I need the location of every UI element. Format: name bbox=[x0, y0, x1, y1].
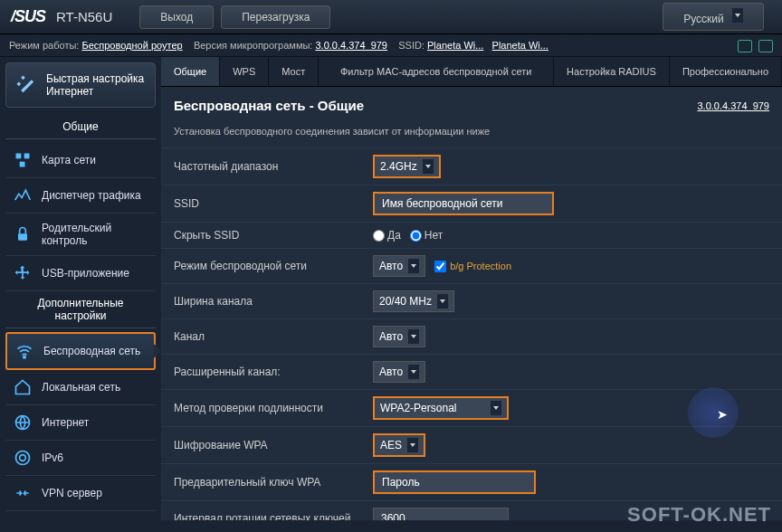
wireless-mode-select[interactable]: Авто bbox=[373, 255, 425, 277]
tab-bridge[interactable]: Мост bbox=[269, 57, 319, 86]
sidebar-item-traffic[interactable]: Диспетчер трафика bbox=[5, 178, 156, 214]
mode-link[interactable]: Беспроводной роутер bbox=[81, 40, 182, 51]
auth-method-label: Метод проверки подлинности bbox=[174, 402, 373, 414]
qis-button[interactable]: Быстрая настройка Интернет bbox=[5, 62, 156, 108]
chevron-down-icon bbox=[732, 8, 743, 23]
active-arrow-icon bbox=[154, 344, 161, 358]
qis-label: Быстрая настройка Интернет bbox=[46, 72, 148, 98]
brand-logo: /SUS bbox=[11, 7, 45, 26]
row-key-interval: Интервал ротации сетевых ключей bbox=[161, 500, 782, 520]
ssid-link-1[interactable]: Planeta Wi... bbox=[427, 40, 483, 51]
ssid-label: SSID bbox=[174, 197, 373, 210]
reboot-button[interactable]: Перезагрузка bbox=[221, 5, 330, 29]
wpa-encryption-select[interactable]: AES bbox=[373, 433, 425, 457]
sidebar-item-label: Беспроводная сеть bbox=[43, 345, 140, 357]
row-ext-channel: Расширенный канал: Авто bbox=[161, 354, 782, 389]
svg-rect-3 bbox=[18, 233, 27, 241]
sidebar-item-label: Интернет bbox=[42, 416, 89, 429]
row-channel-width: Ширина канала 20/40 MHz bbox=[161, 283, 782, 318]
language-select[interactable]: Русский bbox=[663, 3, 764, 31]
sidebar-item-parental[interactable]: Родительский контроль bbox=[5, 214, 156, 256]
row-wpa-psk: Предварительный ключ WPA bbox=[161, 463, 782, 500]
ssid-link-2[interactable]: Planeta Wi... bbox=[492, 40, 548, 51]
logout-button[interactable]: Выход bbox=[139, 5, 214, 29]
sidebar-item-network-map[interactable]: Карта сети bbox=[5, 143, 156, 178]
tab-professional[interactable]: Профессионально bbox=[670, 57, 782, 86]
wand-icon bbox=[14, 72, 39, 98]
sidebar-item-usb[interactable]: USB-приложение bbox=[5, 256, 156, 291]
sidebar-item-wireless[interactable]: Беспроводная сеть bbox=[5, 332, 156, 370]
hide-ssid-yes[interactable]: Да bbox=[373, 229, 401, 242]
wpa-encryption-label: Шифрование WPA bbox=[174, 439, 373, 451]
channel-select[interactable]: Авто bbox=[373, 326, 425, 347]
header: /SUS RT-N56U Выход Перезагрузка Русский bbox=[0, 0, 782, 34]
model-name: RT-N56U bbox=[56, 9, 112, 24]
wireless-mode-label: Режим беспроводной сети bbox=[174, 260, 373, 272]
row-wpa-encryption: Шифрование WPA AES bbox=[161, 426, 782, 463]
wpa-psk-input[interactable] bbox=[373, 470, 536, 494]
content-pane: Общие WPS Мост Фильтр MAC-адресов беспро… bbox=[161, 57, 782, 520]
sidebar-item-wan[interactable]: Интернет bbox=[5, 405, 156, 441]
fw-label: Версия микропрограммы: bbox=[194, 40, 313, 51]
svg-point-7 bbox=[20, 455, 26, 461]
advanced-section-head: Дополнительные настройки bbox=[5, 291, 156, 328]
row-channel: Канал Авто bbox=[161, 318, 782, 354]
chevron-down-icon bbox=[423, 159, 434, 174]
sidebar: Быстрая настройка Интернет Общие Карта с… bbox=[0, 57, 161, 520]
lock-icon bbox=[13, 225, 33, 243]
radio-no[interactable] bbox=[410, 230, 422, 242]
ssid-input[interactable] bbox=[373, 192, 554, 215]
svg-point-4 bbox=[24, 356, 26, 358]
hide-ssid-no[interactable]: Нет bbox=[410, 229, 443, 242]
svg-point-6 bbox=[16, 451, 30, 465]
traffic-icon bbox=[13, 186, 33, 204]
channel-label: Канал bbox=[174, 330, 373, 343]
page-title: Беспроводная сеть - Общие bbox=[174, 98, 364, 113]
wifi-icon bbox=[14, 342, 34, 360]
auth-method-select[interactable]: WPA2-Personal bbox=[373, 396, 509, 420]
ipv6-icon bbox=[13, 449, 33, 467]
home-icon bbox=[13, 378, 33, 396]
sidebar-item-ipv6[interactable]: IPv6 bbox=[5, 441, 156, 476]
chevron-down-icon bbox=[407, 438, 418, 452]
fw-link[interactable]: 3.0.0.4.374_979 bbox=[315, 40, 387, 51]
svg-rect-0 bbox=[16, 154, 22, 159]
bg-protection-checkbox[interactable]: b/g Protection bbox=[434, 261, 511, 272]
mode-label: Режим работы: bbox=[9, 40, 79, 51]
svg-rect-2 bbox=[20, 162, 25, 167]
tab-macfilter[interactable]: Фильтр MAC-адресов беспроводной сети bbox=[319, 57, 554, 86]
sidebar-item-label: Диспетчер трафика bbox=[42, 189, 141, 202]
tab-radius[interactable]: Настройка RADIUS bbox=[554, 57, 670, 86]
wpa-psk-label: Предварительный ключ WPA bbox=[174, 476, 373, 489]
channel-width-select[interactable]: 20/40 MHz bbox=[373, 290, 454, 312]
sidebar-item-vpn[interactable]: VPN сервер bbox=[5, 476, 156, 511]
tab-general[interactable]: Общие bbox=[161, 57, 220, 86]
radio-yes[interactable] bbox=[373, 230, 385, 242]
tab-wps[interactable]: WPS bbox=[220, 57, 269, 86]
hide-ssid-label: Скрыть SSID bbox=[174, 229, 373, 242]
row-hide-ssid: Скрыть SSID Да Нет bbox=[161, 222, 782, 248]
main-layout: Быстрая настройка Интернет Общие Карта с… bbox=[0, 57, 782, 520]
globe-icon bbox=[13, 413, 33, 432]
tabs: Общие WPS Мост Фильтр MAC-адресов беспро… bbox=[161, 57, 782, 87]
status-icon-1[interactable] bbox=[738, 40, 752, 52]
row-band: Частотный диапазон 2.4GHz bbox=[161, 147, 782, 185]
channel-width-label: Ширина канала bbox=[174, 295, 373, 308]
language-label: Русский bbox=[683, 13, 724, 25]
page-title-row: Беспроводная сеть - Общие 3.0.0.4.374_97… bbox=[161, 87, 782, 120]
chevron-down-icon bbox=[491, 401, 501, 415]
plus-icon bbox=[13, 264, 33, 282]
status-icon-2[interactable] bbox=[758, 40, 773, 52]
key-interval-input[interactable] bbox=[373, 508, 509, 520]
sidebar-item-lan[interactable]: Локальная сеть bbox=[5, 370, 156, 405]
band-select[interactable]: 2.4GHz bbox=[373, 155, 441, 178]
sidebar-item-label: USB-приложение bbox=[42, 267, 129, 280]
status-bar: Режим работы: Беспроводной роутер Версия… bbox=[0, 34, 782, 57]
band-label: Частотный диапазон bbox=[174, 160, 373, 173]
chevron-down-icon bbox=[408, 259, 419, 273]
ext-channel-select[interactable]: Авто bbox=[373, 361, 425, 383]
vpn-icon bbox=[13, 484, 33, 502]
status-icons bbox=[734, 40, 773, 54]
general-section-head: Общие bbox=[5, 115, 156, 139]
bg-protection-input[interactable] bbox=[434, 261, 446, 272]
